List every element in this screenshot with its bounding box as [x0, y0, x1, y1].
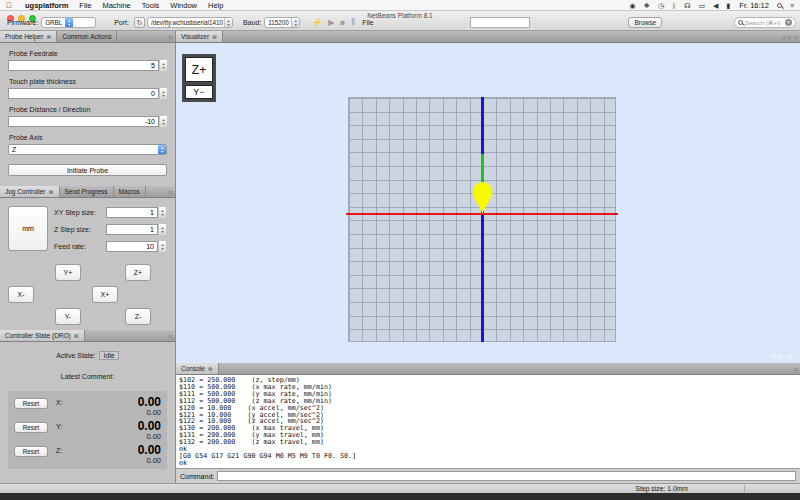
- y-machine-position: 0.00: [62, 432, 161, 441]
- browse-button[interactable]: Browse: [628, 17, 662, 28]
- status-bar: Step size: 1.0mm: [0, 483, 800, 493]
- tab-console[interactable]: Console ⊗: [176, 363, 219, 374]
- menubar-clock[interactable]: Fr. 16:12: [739, 1, 769, 10]
- z-machine-position: 0.00: [62, 456, 161, 465]
- baud-combo[interactable]: 115200 ▴▾: [264, 17, 300, 28]
- tab-probe-helper[interactable]: Probe Helper ⊗: [0, 31, 57, 42]
- dro-body: Active State: Idle Latest Comment: Reset…: [0, 342, 175, 482]
- close-tab-icon[interactable]: ⊗: [74, 332, 79, 339]
- menu-window[interactable]: Window: [170, 0, 197, 11]
- probe-distance-input[interactable]: [8, 116, 159, 127]
- search-field[interactable]: Search (⌘+I) ×: [734, 17, 796, 28]
- window-menu-icon[interactable]: □: [794, 366, 797, 372]
- menu-app-name[interactable]: ugsplatform: [25, 0, 68, 11]
- z-step-input[interactable]: [106, 224, 158, 235]
- active-state-value: Idle: [99, 351, 118, 360]
- jog-x-minus-button[interactable]: X-: [8, 286, 34, 303]
- jog-y-minus-button[interactable]: Y-: [55, 308, 81, 325]
- spotlight-search-icon[interactable]: [777, 0, 782, 11]
- firmware-combo[interactable]: GRBL ▴▾: [41, 17, 96, 28]
- command-label: Command:: [180, 473, 214, 480]
- jog-y-plus-button[interactable]: Y+: [55, 264, 81, 281]
- stepper-icon[interactable]: ▴▾: [158, 224, 166, 235]
- step-size-status: Step size: 1.0mm: [635, 485, 688, 492]
- refresh-ports-button[interactable]: ↻: [134, 17, 145, 28]
- units-toggle-button[interactable]: mm: [8, 206, 48, 251]
- connect-button[interactable]: ⚡: [312, 17, 322, 28]
- dro-box: Reset X: 0.00 0.00 Reset Y: 0.00: [8, 391, 167, 469]
- play-button[interactable]: ▶: [328, 17, 334, 28]
- notification-center-icon[interactable]: ≡: [790, 0, 794, 11]
- menu-help[interactable]: Help: [208, 0, 223, 11]
- display-icon[interactable]: ▭: [698, 0, 705, 11]
- close-tab-icon[interactable]: ⊗: [48, 188, 53, 195]
- reset-y-button[interactable]: Reset: [14, 422, 48, 433]
- xy-step-spinner: ▴▾: [106, 207, 166, 218]
- probe-axis-label: Probe Axis: [9, 134, 167, 141]
- bluetooth-icon[interactable]: ᛒ: [672, 0, 676, 11]
- tab-controller-state[interactable]: Controller State (DRO) ⊗: [0, 330, 85, 341]
- console-output[interactable]: $102 = 250.000 (z, step/mm) $110 = 500.0…: [176, 375, 800, 469]
- stepper-icon[interactable]: ▴▾: [158, 207, 166, 218]
- battery-icon[interactable]: ▮: [726, 0, 730, 11]
- close-tab-icon[interactable]: ⊗: [212, 33, 217, 40]
- dropbox-icon[interactable]: ❖: [644, 0, 650, 11]
- file-path-input[interactable]: [470, 17, 530, 28]
- menu-tools[interactable]: Tools: [142, 0, 160, 11]
- close-tab-icon[interactable]: ⊗: [46, 33, 51, 40]
- reset-z-button[interactable]: Reset: [14, 446, 48, 457]
- probe-axis-combo[interactable]: Z ▴▾: [8, 144, 167, 155]
- window-bottom-edge: [0, 493, 800, 500]
- toolbar: Firmware: GRBL ▴▾ Port: ↻ /dev/tty.wchus…: [0, 16, 800, 29]
- overlay-y-minus-button[interactable]: Y−: [185, 85, 213, 99]
- stop-button[interactable]: ■: [340, 17, 345, 28]
- minimize-group-icon[interactable]: □: [782, 34, 785, 40]
- search-icon: [777, 3, 782, 8]
- xy-step-input[interactable]: [106, 207, 158, 218]
- visualizer-canvas[interactable]: Z+ Y− FPS: 13: [176, 43, 800, 363]
- dro-panel: Controller State (DRO) ⊗ □ Active State:…: [0, 330, 175, 483]
- port-combo[interactable]: /dev/tty.wchusbserial1410 ▴▾: [147, 17, 233, 28]
- z-step-row: Z Step size: ▴▾: [54, 224, 166, 235]
- tab-jog-controller[interactable]: Jog Controller ⊗: [0, 186, 60, 197]
- float-group-icon[interactable]: □: [788, 34, 791, 40]
- tab-common-actions[interactable]: Common Actions: [57, 31, 117, 42]
- close-tab-icon[interactable]: ⊗: [208, 365, 213, 372]
- jog-z-plus-button[interactable]: Z+: [125, 264, 151, 281]
- volume-icon[interactable]: ◀: [713, 0, 718, 11]
- touch-plate-input[interactable]: [8, 88, 159, 99]
- probe-axis-value: Z: [9, 145, 158, 154]
- stepper-icon[interactable]: ▴▾: [159, 116, 167, 127]
- stepper-icon[interactable]: ▴▾: [159, 60, 167, 71]
- port-label: Port:: [114, 19, 129, 26]
- window-menu-icon[interactable]: □: [169, 34, 172, 40]
- console-tabrow: Console ⊗ □: [176, 363, 800, 375]
- feed-rate-input[interactable]: [106, 241, 158, 252]
- jog-z-minus-button[interactable]: Z-: [125, 308, 151, 325]
- probe-feedrate-input[interactable]: [8, 60, 159, 71]
- controller-icon[interactable]: ◉: [630, 0, 636, 11]
- reset-x-button[interactable]: Reset: [14, 398, 48, 409]
- overlay-z-plus-button[interactable]: Z+: [185, 57, 213, 82]
- time-machine-icon[interactable]: ◷: [658, 0, 664, 11]
- tab-visualizer[interactable]: Visualizer ⊗: [176, 31, 223, 42]
- touch-plate-spinner: ▴▾: [8, 88, 167, 99]
- stepper-icon[interactable]: ▴▾: [159, 88, 167, 99]
- maximize-group-icon[interactable]: □: [794, 34, 797, 40]
- apple-menu-icon[interactable]: : [6, 2, 13, 9]
- z-step-spinner: ▴▾: [106, 224, 166, 235]
- jog-x-plus-button[interactable]: X+: [92, 286, 118, 303]
- command-input[interactable]: [217, 471, 796, 481]
- fps-counter: FPS: 13: [770, 354, 792, 360]
- clear-search-icon[interactable]: ×: [785, 19, 792, 26]
- window-menu-icon[interactable]: □: [169, 189, 172, 195]
- tab-macros[interactable]: Macros: [114, 186, 146, 197]
- window-menu-icon[interactable]: □: [169, 333, 172, 339]
- stepper-icon[interactable]: ▴▾: [158, 241, 166, 252]
- wifi-icon[interactable]: ☊: [684, 0, 690, 11]
- menu-machine[interactable]: Machine: [102, 0, 130, 11]
- menu-file[interactable]: File: [79, 0, 91, 11]
- tab-send-progress[interactable]: Send Progress: [60, 186, 114, 197]
- initiate-probe-button[interactable]: Initiate Probe: [8, 164, 167, 176]
- pause-button[interactable]: Ⅱ: [351, 17, 355, 28]
